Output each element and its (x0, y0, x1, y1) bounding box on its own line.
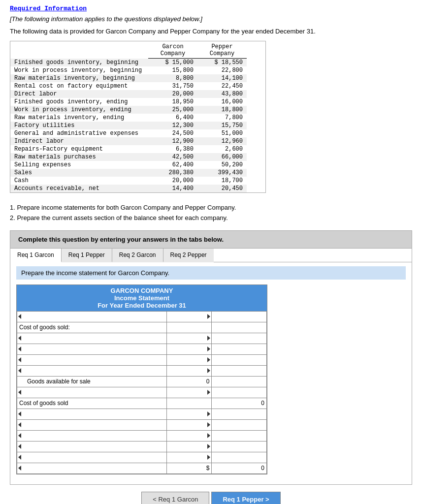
left-arrow-icon (18, 390, 21, 395)
label-input-field[interactable] (24, 346, 164, 352)
right-input[interactable] (212, 419, 267, 430)
right-input-field[interactable] (214, 421, 264, 428)
right-input[interactable] (212, 441, 267, 452)
mid-input[interactable] (167, 311, 212, 322)
right-arrow-icon (207, 390, 210, 395)
mid-input-field[interactable] (169, 313, 209, 320)
complete-box: Complete this question by entering your … (10, 230, 412, 249)
income-row: Cost of goods sold 0 (17, 398, 267, 409)
right-input[interactable] (212, 354, 267, 365)
right-input-field[interactable] (214, 410, 264, 417)
tab-req1-pepper[interactable]: Req 1 Pepper (62, 249, 112, 262)
income-label-input[interactable] (17, 430, 167, 441)
next-button[interactable]: Req 1 Pepper > (211, 492, 280, 504)
tab-req2-garcon[interactable]: Req 2 Garcon (112, 249, 163, 262)
mid-input[interactable] (167, 409, 212, 419)
left-arrow-icon (18, 433, 21, 438)
right-input[interactable] (212, 452, 267, 463)
mid-input-field[interactable] (169, 356, 209, 363)
table-row: Accounts receivable, net 14,400 20,450 (10, 185, 247, 192)
tab-instruction: Prepare the income statement for Garcon … (16, 266, 406, 280)
income-label-input[interactable] (17, 333, 167, 344)
mid-input-field[interactable] (169, 335, 209, 342)
income-label-input[interactable] (17, 387, 167, 398)
total-label-input[interactable] (17, 463, 167, 473)
mid-input-field[interactable] (169, 367, 209, 374)
mid-input[interactable] (167, 387, 212, 398)
mid-input-field[interactable] (169, 421, 209, 428)
label-input-field[interactable] (24, 454, 164, 461)
right-input[interactable] (212, 311, 267, 322)
label-input-field[interactable] (24, 410, 164, 417)
label-input-field[interactable] (24, 389, 164, 396)
right-input-field[interactable] (214, 313, 264, 320)
mid-input[interactable] (167, 354, 212, 365)
mid-input[interactable] (167, 365, 212, 376)
mid-input[interactable] (167, 441, 212, 452)
right-input-field[interactable] (214, 356, 264, 363)
income-label-input[interactable] (17, 452, 167, 463)
tab-req2-pepper[interactable]: Req 2 Pepper (163, 249, 214, 262)
table-row: Raw materials inventory, beginning 8,800… (10, 74, 247, 82)
mid-input-field[interactable] (169, 410, 209, 417)
label-input-field[interactable] (24, 313, 164, 320)
right-input[interactable] (212, 333, 267, 344)
right-input[interactable] (212, 344, 267, 354)
goods-avail-label: Goods available for sale (17, 376, 167, 387)
mid-input[interactable] (167, 430, 212, 441)
prev-button[interactable]: < Req 1 Garcon (141, 492, 209, 504)
stmt-name: Income Statement (17, 294, 267, 302)
mid-input[interactable] (167, 333, 212, 344)
label-input-field[interactable] (24, 432, 164, 439)
income-row (17, 409, 267, 419)
right-input[interactable] (212, 387, 267, 398)
total-label-field[interactable] (24, 465, 164, 472)
right-input-field[interactable] (214, 432, 264, 439)
income-row (17, 344, 267, 354)
income-label-input[interactable] (17, 441, 167, 452)
label-input-field[interactable] (24, 335, 164, 342)
income-row: Cost of goods sold: (17, 322, 267, 333)
left-arrow-icon (18, 455, 21, 460)
right-input-field[interactable] (214, 389, 264, 396)
label-input-field[interactable] (24, 356, 164, 363)
income-label: Cost of goods sold: (17, 322, 167, 333)
data-table: GarconCompany PepperCompany Finished goo… (10, 41, 266, 193)
right-input[interactable] (212, 365, 267, 376)
income-label-input[interactable] (17, 365, 167, 376)
income-label-input[interactable] (17, 354, 167, 365)
period: For Year Ended December 31 (17, 302, 267, 309)
mid-input-field[interactable] (169, 432, 209, 439)
income-label-input[interactable] (17, 409, 167, 419)
right-input-field[interactable] (214, 346, 264, 352)
mid-input[interactable] (167, 452, 212, 463)
label-input-field[interactable] (24, 421, 164, 428)
income-label-input[interactable] (17, 419, 167, 430)
right-input-field[interactable] (214, 335, 264, 342)
income-row (17, 430, 267, 441)
mid-input-field[interactable] (169, 389, 209, 396)
mid-input[interactable] (167, 419, 212, 430)
mid-input[interactable] (167, 344, 212, 354)
table-row: Finished goods inventory, ending 18,950 … (10, 98, 247, 106)
mid-input-field[interactable] (169, 454, 209, 461)
label-input-field[interactable] (24, 443, 164, 450)
right-input[interactable] (212, 409, 267, 419)
left-arrow-icon (18, 357, 21, 362)
right-arrow-icon (207, 411, 210, 416)
mid-input-field[interactable] (169, 346, 209, 352)
mid-input-field[interactable] (169, 443, 209, 450)
right-input-field[interactable] (214, 443, 264, 450)
income-stmt-title: GARCON COMPANY Income Statement For Year… (17, 285, 267, 311)
goods-avail-value: 0 (167, 376, 212, 387)
table-row: Selling expenses 62,400 50,200 (10, 161, 247, 169)
right-input-field[interactable] (214, 367, 264, 374)
tabs-container: Req 1 GarconReq 1 PepperReq 2 GarconReq … (10, 249, 412, 485)
label-input-field[interactable] (24, 367, 164, 374)
tab-req1-garcon[interactable]: Req 1 Garcon (10, 249, 62, 262)
income-row (17, 354, 267, 365)
income-label-input[interactable] (17, 344, 167, 354)
right-input[interactable] (212, 430, 267, 441)
income-label-input[interactable] (17, 311, 167, 322)
right-input-field[interactable] (214, 454, 264, 461)
